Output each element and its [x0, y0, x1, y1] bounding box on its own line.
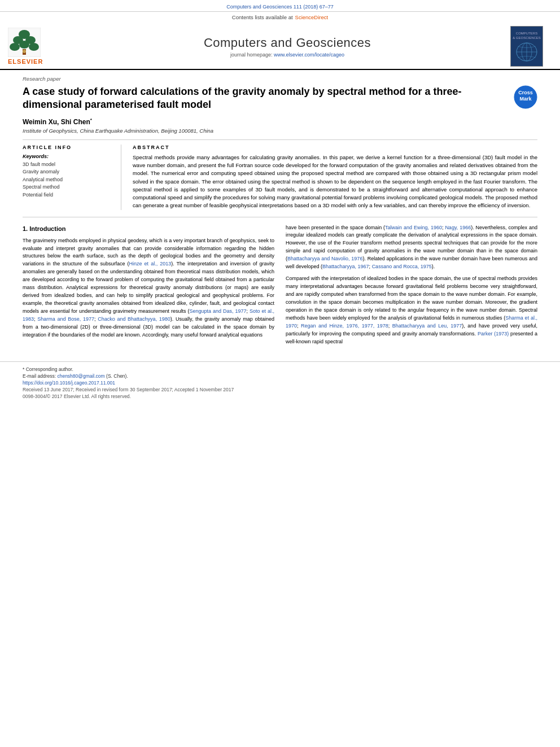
corresponding-author-note: * Corresponding author. [23, 366, 537, 372]
svg-point-8 [23, 50, 26, 53]
svg-text:Cross: Cross [518, 90, 533, 95]
homepage-text: journal homepage: [230, 52, 273, 58]
regan-ref[interactable]: Regan and Hinze, 1976, 1977, 1978 [301, 323, 388, 329]
svg-text:& GEOSCIENCES: & GEOSCIENCES [513, 36, 541, 40]
svg-point-4 [10, 43, 20, 51]
email-label: E-mail address: [23, 373, 56, 379]
body-left-column: 1. Introduction The gravimetry methods e… [23, 224, 274, 350]
journal-title-center: Computers and Geosciences journal homepa… [64, 36, 510, 58]
cover-image-icon: COMPUTERS & GEOSCIENCES [511, 27, 542, 66]
keyword-1: 3D fault model [23, 161, 114, 169]
authors: Weimin Xu, Shi Chen* [23, 117, 537, 126]
doi-line: https://doi.org/10.1016/j.cageo.2017.11.… [23, 380, 537, 386]
keyword-4: Spectral method [23, 184, 114, 191]
chacko-ref[interactable]: Chacko and Bhattachyya, 1980 [98, 316, 170, 322]
body-columns: 1. Introduction The gravimetry methods e… [23, 224, 537, 350]
sciencedirect-link[interactable]: ScienceDirect [295, 14, 329, 20]
abstract-column: ABSTRACT Spectral methods provide many a… [133, 145, 537, 210]
sharma-ref[interactable]: Sharma and Bose, 1977 [37, 316, 94, 322]
email-footnote: E-mail address: chensh80@gmail.com (S. C… [23, 373, 537, 379]
svg-point-5 [19, 41, 29, 49]
sengupta-ref[interactable]: Sengupta and Das, 1977 [189, 308, 246, 314]
svg-point-6 [29, 43, 39, 51]
keyword-2: Gravity anomaly [23, 168, 114, 176]
elsevier-logo: ELSEVIER [8, 28, 53, 65]
article-title: A case study of forward calculations of … [23, 85, 506, 112]
email-person: (S. Chen). [106, 373, 128, 379]
divider-2 [23, 217, 537, 217]
received-line: Received 13 June 2017; Received in revis… [23, 387, 537, 392]
contents-text: Contents lists available at [232, 14, 293, 20]
hinze-ref[interactable]: Hinze et al., 2013 [129, 261, 172, 267]
bhattacharyya-ref1[interactable]: Bhattacharyya and Navolio, 1976 [287, 256, 362, 261]
main-content: Research paper A case study of forward c… [0, 70, 560, 356]
homepage-url-link[interactable]: www.elsevier.com/locate/cageo [274, 52, 344, 58]
contents-line: Contents lists available at ScienceDirec… [0, 12, 560, 23]
bhattacharyya-ref3[interactable]: Bhattacharyya and Leu, 1977 [392, 323, 462, 329]
introduction-right-text-1: have been presented in the space domain … [286, 224, 537, 272]
introduction-left-text: The gravimetry methods employed in physi… [23, 237, 274, 339]
elsevier-tree-icon [8, 28, 41, 57]
email-link[interactable]: chensh80@gmail.com [57, 373, 104, 379]
article-meta-row: ARTICLE INFO Keywords: 3D fault model Gr… [23, 145, 537, 210]
abstract-header: ABSTRACT [133, 145, 537, 150]
article-info-column: ARTICLE INFO Keywords: 3D fault model Gr… [23, 145, 121, 210]
cassano-ref[interactable]: Cassano and Rocca, 1975 [372, 264, 432, 269]
author-note: * [90, 117, 92, 123]
corresponding-label: * Corresponding author. [23, 366, 73, 372]
divider-1 [23, 139, 537, 140]
elsevier-label: ELSEVIER [8, 58, 43, 65]
page: Computers and Geosciences 111 (2018) 67–… [0, 0, 560, 747]
keyword-3: Analytical method [23, 176, 114, 184]
introduction-heading: 1. Introduction [23, 224, 274, 234]
journal-name: Computers and Geosciences [64, 36, 510, 50]
bhattacharyya-ref2[interactable]: Bhattacharyya, 1967 [322, 264, 369, 269]
keywords-label: Keywords: [23, 154, 114, 159]
author-names: Weimin Xu, Shi Chen [23, 118, 90, 126]
nagy-ref[interactable]: Nagy, 1966 [445, 225, 471, 230]
body-right-column: have been presented in the space domain … [286, 224, 537, 350]
article-title-row: A case study of forward calculations of … [23, 85, 537, 112]
page-footer: * Corresponding author. E-mail address: … [0, 361, 560, 403]
copyright-line: 0098-3004/© 2017 Elsevier Ltd. All right… [23, 394, 537, 399]
article-info-header: ARTICLE INFO [23, 145, 114, 150]
affiliation: Institute of Geophysics, China Earthquak… [23, 128, 537, 134]
introduction-right-text-2: Compared with the interpretation of idea… [286, 275, 537, 346]
abstract-text: Spectral methods provide many advantages… [133, 154, 537, 210]
journal-cover-image: COMPUTERS & GEOSCIENCES [510, 26, 543, 67]
talwain-ref[interactable]: Talwain and Ewing, 1960 [385, 225, 442, 230]
journal-banner: ELSEVIER Computers and Geosciences journ… [0, 23, 560, 70]
crossmark-icon: Cross Mark [514, 85, 537, 109]
research-paper-label: Research paper [23, 76, 537, 82]
journal-citation-link[interactable]: Computers and Geosciences 111 (2018) 67–… [226, 4, 334, 10]
journal-homepage: journal homepage: www.elsevier.com/locat… [64, 52, 510, 58]
svg-text:Mark: Mark [519, 96, 532, 102]
keyword-5: Potential field [23, 191, 114, 199]
parker-ref[interactable]: Parker (1973) [478, 331, 509, 337]
doi-link[interactable]: https://doi.org/10.1016/j.cageo.2017.11.… [23, 380, 115, 386]
journal-top-bar: Computers and Geosciences 111 (2018) 67–… [0, 0, 560, 12]
svg-text:COMPUTERS: COMPUTERS [516, 32, 537, 35]
